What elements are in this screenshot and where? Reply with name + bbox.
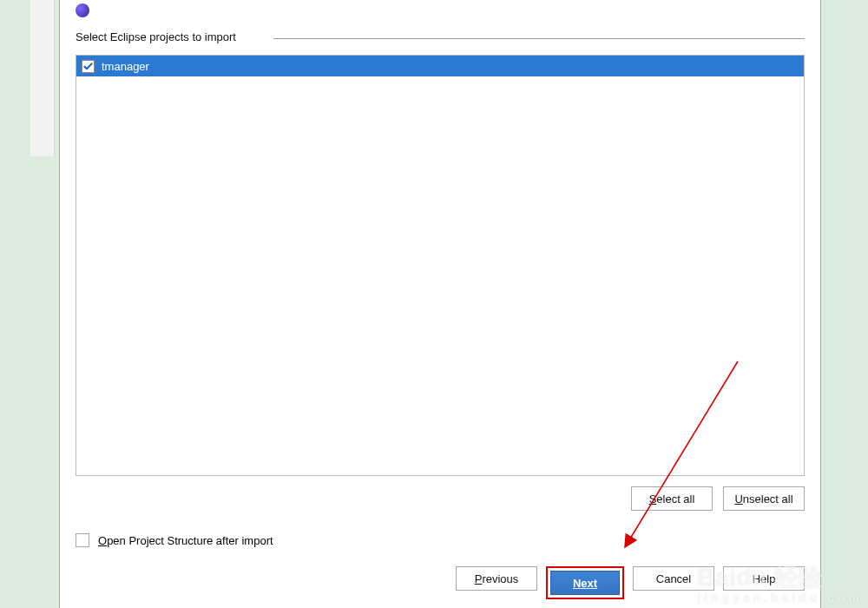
projects-group: Select Eclipse projects to import tmanag… [76,30,805,476]
eclipse-icon [76,3,89,17]
unselect-all-button[interactable]: Unselect all [723,486,805,511]
ide-gutter-stub [30,0,55,156]
checkmark-icon [83,62,93,71]
import-wizard-dialog: Select Eclipse projects to import tmanag… [59,0,821,608]
project-list[interactable]: tmanager [76,55,805,476]
dialog-header-fragment [60,0,820,30]
selection-buttons-row: Select all Unselect all [60,476,820,511]
project-list-item[interactable]: tmanager [76,56,804,76]
project-name: tmanager [102,60,149,73]
annotation-highlight-box: Next [546,566,624,599]
open-project-structure-option[interactable]: Open Project Structure after import [60,511,820,547]
projects-group-legend: Select Eclipse projects to import [76,30,805,46]
project-checkbox[interactable] [82,60,95,73]
select-all-button[interactable]: Select all [631,486,713,511]
open-project-structure-checkbox[interactable] [76,533,89,547]
cancel-button[interactable]: Cancel [633,566,714,591]
next-button[interactable]: Next [550,571,620,595]
previous-button[interactable]: Previous [456,566,537,591]
help-button[interactable]: Help [723,566,805,591]
wizard-nav-buttons: Previous Next Cancel Help [60,566,820,608]
